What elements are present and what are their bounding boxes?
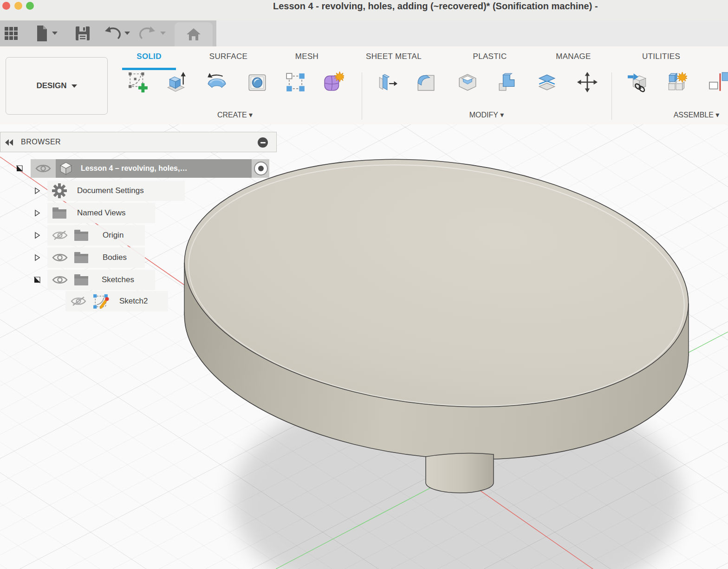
extrude-button[interactable] [162,71,191,108]
eye-hidden-icon[interactable] [52,230,68,241]
tree-item-label: Origin [103,231,124,240]
assemble-label: ASSEMBLE [674,111,714,119]
revolve-icon [206,71,227,93]
joint-button[interactable] [708,71,728,108]
tab-utilities[interactable]: UTILITIES [642,52,680,61]
file-menu-button[interactable] [32,24,51,43]
tab-manage[interactable]: MANAGE [556,52,591,61]
tree-item-label: Sketches [102,275,134,284]
redo-icon [139,26,156,41]
press-pull-button[interactable] [372,71,402,108]
fillet-icon [415,71,436,93]
fusion-window: Lesson 4 - revolving, holes, adding (~re… [0,0,728,569]
ribbon: DESIGN SOLID SURFACE MESH SHEET METAL PL… [0,46,728,125]
undo-icon [104,26,121,41]
combine-icon [497,71,518,93]
group-label-assemble[interactable]: ASSEMBLE ▾ [674,110,720,119]
rectangular-pattern-icon [285,71,306,93]
folder-icon [74,274,89,286]
modify-label: MODIFY [469,111,498,119]
create-form-icon [323,71,344,93]
disclosure-collapsed-icon[interactable] [33,254,41,261]
tree-row-sketches[interactable]: Sketches [0,270,279,290]
revolve-button[interactable] [202,71,231,108]
browser-header[interactable]: BROWSER [0,132,277,152]
home-view-tab[interactable] [175,22,213,46]
tree-item-label: Document Settings [77,186,144,195]
design-menu-label: DESIGN [36,81,66,91]
save-icon [75,26,91,41]
group-label-create[interactable]: CREATE ▾ [217,110,253,119]
group-label-modify[interactable]: MODIFY ▾ [469,110,504,119]
create-sketch-icon [128,71,149,93]
extrude-icon [166,71,187,93]
browser-panel: BROWSER Lesson 4 – [0,132,297,327]
hole-icon [247,71,268,93]
group-divider [362,72,362,120]
design-menu-button[interactable]: DESIGN [6,57,108,115]
modify-caret-icon: ▾ [500,111,504,119]
file-menu-caret[interactable] [52,32,58,35]
tree-row-named-views[interactable]: Named Views [0,203,279,223]
tree-row-document-settings[interactable]: Document Settings [0,181,279,201]
eye-hidden-icon[interactable] [71,296,86,307]
collapse-panel-icon[interactable] [5,139,13,146]
home-icon [186,27,202,41]
create-label: CREATE [217,111,247,119]
tree-row-root[interactable]: Lesson 4 – revolving, holes,… [0,158,279,179]
insert-derive-button[interactable] [623,71,653,108]
tree-row-bodies[interactable]: Bodies [0,247,279,268]
undo-button[interactable] [103,24,122,43]
rectangular-pattern-button[interactable] [280,71,310,108]
create-form-button[interactable] [318,71,348,108]
zoom-window-button[interactable] [26,2,34,10]
hole-button[interactable] [242,71,272,108]
disclosure-collapsed-icon[interactable] [33,209,41,217]
root-component-selected[interactable]: Lesson 4 – revolving, holes,… [56,159,252,178]
tab-solid[interactable]: SOLID [136,52,161,61]
disclosure-collapsed-icon[interactable] [33,232,41,239]
folder-icon [52,207,67,219]
tab-mesh[interactable]: MESH [295,52,318,61]
titlebar: Lesson 4 - revolving, holes, adding (~re… [0,0,728,20]
file-icon [34,25,50,42]
minimize-browser-button[interactable] [258,137,268,148]
component-cube-icon [59,162,72,175]
new-component-icon [666,71,687,93]
eye-visible-icon[interactable] [52,252,68,263]
move-copy-button[interactable] [572,71,602,108]
shell-button[interactable] [453,71,482,108]
offset-face-button[interactable] [532,71,562,108]
eye-visible-icon[interactable] [52,274,68,285]
activate-component-radio[interactable] [254,162,268,175]
disclosure-expanded-icon[interactable] [33,276,41,284]
disclosure-expanded-icon[interactable] [16,165,23,172]
group-divider [611,72,612,120]
minimize-window-button[interactable] [14,2,22,10]
fillet-button[interactable] [411,71,441,108]
tree-row-origin[interactable]: Origin [0,225,279,246]
app-grid-button[interactable] [2,24,20,43]
stem-cylinder [426,453,494,493]
tab-surface[interactable]: SURFACE [209,52,247,61]
tab-sheet-metal[interactable]: SHEET METAL [366,52,422,61]
tab-plastic[interactable]: PLASTIC [473,52,507,61]
tree-row-sketch2[interactable]: Sketch2 [0,291,279,311]
redo-button[interactable] [138,24,157,43]
tree-item-label: Named Views [77,208,126,218]
shell-icon [457,71,478,93]
create-sketch-button[interactable] [124,71,153,108]
redo-caret[interactable] [160,32,166,35]
gear-icon [52,183,67,198]
folder-icon [74,229,89,241]
combine-button[interactable] [493,71,522,108]
save-button[interactable] [73,24,92,43]
disclosure-collapsed-icon[interactable] [33,187,41,194]
press-pull-icon [377,71,398,93]
close-window-button[interactable] [2,2,10,10]
eye-visible-icon[interactable] [35,163,51,174]
undo-caret[interactable] [124,32,130,35]
offset-face-icon [536,71,558,93]
insert-derive-icon [627,71,649,93]
new-component-button[interactable] [662,71,691,108]
